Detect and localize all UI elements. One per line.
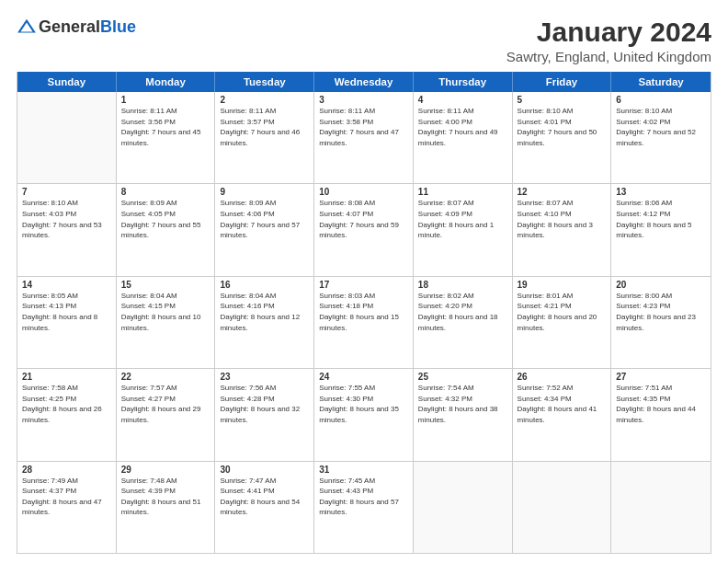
calendar-row: 1Sunrise: 8:11 AMSunset: 3:56 PMDaylight… (17, 92, 711, 184)
cell-info: Sunrise: 7:48 AMSunset: 4:39 PMDaylight:… (121, 476, 210, 518)
day-number: 20 (616, 280, 706, 290)
weekday-header: Saturday (611, 72, 711, 92)
cell-info: Sunrise: 8:02 AMSunset: 4:20 PMDaylight:… (418, 291, 507, 333)
main-title: January 2024 (506, 17, 711, 47)
day-number: 23 (220, 372, 309, 382)
cell-info: Sunrise: 7:54 AMSunset: 4:32 PMDaylight:… (418, 383, 507, 425)
calendar-cell: 22Sunrise: 7:57 AMSunset: 4:27 PMDayligh… (117, 369, 216, 460)
calendar-cell: 27Sunrise: 7:51 AMSunset: 4:35 PMDayligh… (611, 369, 711, 460)
day-number: 4 (418, 95, 507, 105)
weekday-header: Friday (513, 72, 612, 92)
day-number: 18 (418, 280, 507, 290)
day-number: 3 (319, 95, 408, 105)
cell-info: Sunrise: 7:45 AMSunset: 4:43 PMDaylight:… (319, 476, 408, 518)
cell-info: Sunrise: 8:09 AMSunset: 4:06 PMDaylight:… (220, 198, 309, 240)
calendar: SundayMondayTuesdayWednesdayThursdayFrid… (17, 72, 711, 554)
calendar-cell: 10Sunrise: 8:08 AMSunset: 4:07 PMDayligh… (314, 184, 414, 275)
day-number: 8 (121, 187, 210, 197)
calendar-cell: 11Sunrise: 8:07 AMSunset: 4:09 PMDayligh… (414, 184, 513, 275)
day-number: 19 (518, 280, 607, 290)
cell-info: Sunrise: 7:58 AMSunset: 4:25 PMDaylight:… (22, 383, 111, 425)
calendar-cell: 2Sunrise: 8:11 AMSunset: 3:57 PMDaylight… (215, 92, 314, 183)
cell-info: Sunrise: 8:11 AMSunset: 3:56 PMDaylight:… (121, 106, 210, 148)
logo-icon (17, 17, 37, 37)
calendar-body: 1Sunrise: 8:11 AMSunset: 3:56 PMDaylight… (17, 92, 711, 553)
day-number: 12 (518, 187, 607, 197)
calendar-cell: 7Sunrise: 8:10 AMSunset: 4:03 PMDaylight… (17, 184, 117, 275)
calendar-cell: 23Sunrise: 7:56 AMSunset: 4:28 PMDayligh… (215, 369, 314, 460)
logo-general: General (39, 17, 100, 37)
logo: GeneralBlue (17, 17, 136, 37)
cell-info: Sunrise: 7:47 AMSunset: 4:41 PMDaylight:… (220, 476, 309, 518)
day-number: 15 (121, 280, 210, 290)
day-number: 24 (319, 372, 408, 382)
calendar-cell (513, 462, 612, 553)
day-number: 30 (220, 465, 309, 475)
calendar-cell: 3Sunrise: 8:11 AMSunset: 3:58 PMDaylight… (314, 92, 414, 183)
day-number: 27 (616, 372, 706, 382)
calendar-cell: 20Sunrise: 8:00 AMSunset: 4:23 PMDayligh… (611, 277, 711, 368)
calendar-cell: 26Sunrise: 7:52 AMSunset: 4:34 PMDayligh… (513, 369, 612, 460)
calendar-cell (611, 462, 711, 553)
cell-info: Sunrise: 7:56 AMSunset: 4:28 PMDaylight:… (220, 383, 309, 425)
cell-info: Sunrise: 8:11 AMSunset: 3:57 PMDaylight:… (220, 106, 309, 148)
cell-info: Sunrise: 8:03 AMSunset: 4:18 PMDaylight:… (319, 291, 408, 333)
cell-info: Sunrise: 8:05 AMSunset: 4:13 PMDaylight:… (22, 291, 111, 333)
weekday-header: Tuesday (215, 72, 314, 92)
calendar-cell: 1Sunrise: 8:11 AMSunset: 3:56 PMDaylight… (117, 92, 216, 183)
calendar-cell: 15Sunrise: 8:04 AMSunset: 4:15 PMDayligh… (117, 277, 216, 368)
calendar-cell: 9Sunrise: 8:09 AMSunset: 4:06 PMDaylight… (215, 184, 314, 275)
calendar-cell: 8Sunrise: 8:09 AMSunset: 4:05 PMDaylight… (117, 184, 216, 275)
calendar-cell: 30Sunrise: 7:47 AMSunset: 4:41 PMDayligh… (215, 462, 314, 553)
calendar-row: 7Sunrise: 8:10 AMSunset: 4:03 PMDaylight… (17, 184, 711, 276)
calendar-cell: 28Sunrise: 7:49 AMSunset: 4:37 PMDayligh… (17, 462, 117, 553)
calendar-cell: 18Sunrise: 8:02 AMSunset: 4:20 PMDayligh… (414, 277, 513, 368)
day-number: 31 (319, 465, 408, 475)
calendar-cell: 12Sunrise: 8:07 AMSunset: 4:10 PMDayligh… (513, 184, 612, 275)
day-number: 9 (220, 187, 309, 197)
day-number: 16 (220, 280, 309, 290)
weekday-header: Thursday (414, 72, 513, 92)
cell-info: Sunrise: 8:04 AMSunset: 4:16 PMDaylight:… (220, 291, 309, 333)
day-number: 25 (418, 372, 507, 382)
day-number: 29 (121, 465, 210, 475)
cell-info: Sunrise: 8:07 AMSunset: 4:09 PMDaylight:… (418, 198, 507, 240)
calendar-cell: 4Sunrise: 8:11 AMSunset: 4:00 PMDaylight… (414, 92, 513, 183)
calendar-cell: 5Sunrise: 8:10 AMSunset: 4:01 PMDaylight… (513, 92, 612, 183)
day-number: 11 (418, 187, 507, 197)
calendar-cell (414, 462, 513, 553)
weekday-header: Sunday (17, 72, 117, 92)
calendar-cell: 29Sunrise: 7:48 AMSunset: 4:39 PMDayligh… (117, 462, 216, 553)
day-number: 14 (22, 280, 111, 290)
cell-info: Sunrise: 7:51 AMSunset: 4:35 PMDaylight:… (616, 383, 706, 425)
cell-info: Sunrise: 8:06 AMSunset: 4:12 PMDaylight:… (616, 198, 706, 240)
day-number: 7 (22, 187, 111, 197)
day-number: 26 (518, 372, 607, 382)
calendar-cell (17, 92, 117, 183)
calendar-cell: 13Sunrise: 8:06 AMSunset: 4:12 PMDayligh… (611, 184, 711, 275)
cell-info: Sunrise: 8:01 AMSunset: 4:21 PMDaylight:… (518, 291, 607, 333)
day-number: 1 (121, 95, 210, 105)
calendar-header: SundayMondayTuesdayWednesdayThursdayFrid… (17, 72, 711, 92)
calendar-cell: 17Sunrise: 8:03 AMSunset: 4:18 PMDayligh… (314, 277, 414, 368)
subtitle: Sawtry, England, United Kingdom (506, 49, 711, 64)
cell-info: Sunrise: 8:11 AMSunset: 3:58 PMDaylight:… (319, 106, 408, 148)
calendar-row: 21Sunrise: 7:58 AMSunset: 4:25 PMDayligh… (17, 369, 711, 461)
day-number: 6 (616, 95, 706, 105)
cell-info: Sunrise: 8:08 AMSunset: 4:07 PMDaylight:… (319, 198, 408, 240)
cell-info: Sunrise: 8:00 AMSunset: 4:23 PMDaylight:… (616, 291, 706, 333)
day-number: 17 (319, 280, 408, 290)
calendar-cell: 31Sunrise: 7:45 AMSunset: 4:43 PMDayligh… (314, 462, 414, 553)
calendar-cell: 16Sunrise: 8:04 AMSunset: 4:16 PMDayligh… (215, 277, 314, 368)
cell-info: Sunrise: 7:55 AMSunset: 4:30 PMDaylight:… (319, 383, 408, 425)
day-number: 21 (22, 372, 111, 382)
calendar-cell: 14Sunrise: 8:05 AMSunset: 4:13 PMDayligh… (17, 277, 117, 368)
header: GeneralBlue January 2024 Sawtry, England… (17, 17, 711, 64)
logo-blue: Blue (100, 17, 136, 37)
day-number: 2 (220, 95, 309, 105)
weekday-header: Wednesday (314, 72, 414, 92)
calendar-cell: 25Sunrise: 7:54 AMSunset: 4:32 PMDayligh… (414, 369, 513, 460)
calendar-row: 14Sunrise: 8:05 AMSunset: 4:13 PMDayligh… (17, 277, 711, 369)
cell-info: Sunrise: 8:07 AMSunset: 4:10 PMDaylight:… (518, 198, 607, 240)
title-block: January 2024 Sawtry, England, United Kin… (506, 17, 711, 64)
